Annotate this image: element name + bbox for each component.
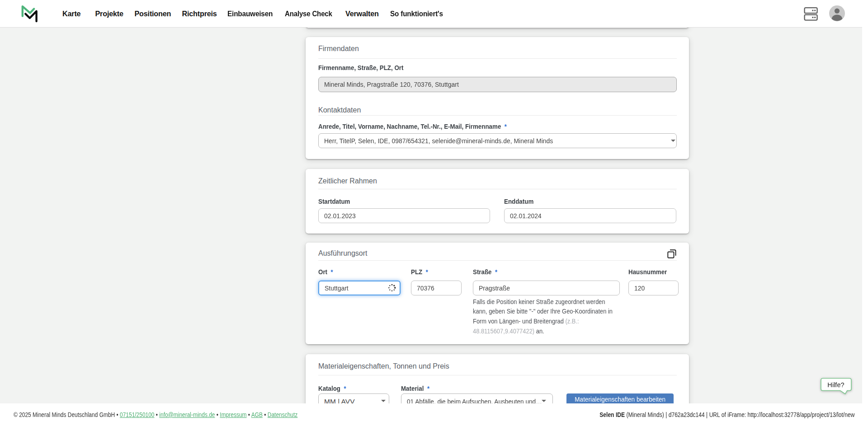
svg-text:Hilfe?: Hilfe?	[827, 381, 844, 388]
